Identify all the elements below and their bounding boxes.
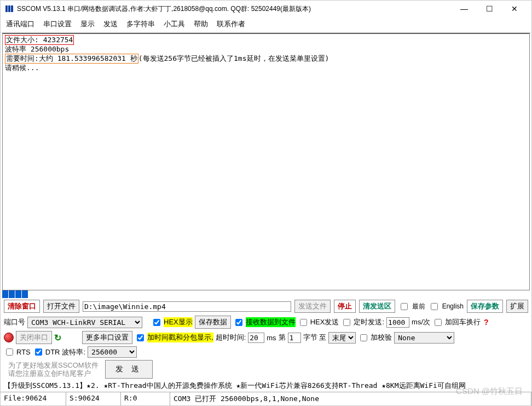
open-file-button[interactable]: 打开文件 [43,300,79,313]
stop-button[interactable]: 停止 [334,300,356,313]
hex-display-checkbox[interactable] [153,319,160,326]
svg-rect-1 [8,5,10,12]
topmost-label: 最前 [412,302,425,311]
addcr-checkbox[interactable] [435,319,442,326]
timeout-label: 超时时间: [216,333,246,342]
refresh-icon[interactable]: ↻ [54,333,61,343]
progress-bar [2,290,530,298]
status-file: File:90624 [1,392,66,405]
bytenum-mid: 字节 至 [303,333,327,342]
toolbar-row-1: 清除窗口 打开文件 发送文件 停止 清发送区 最前 English 保存参数 扩… [1,298,531,314]
status-bar: File:90624 S:90624 R:0 COM3 已打开 256000bp… [1,392,531,405]
dtr-label: DTR [45,348,60,356]
menu-multistring[interactable]: 多字符串 [126,19,155,29]
menu-send[interactable]: 发送 [103,19,118,29]
log-area[interactable]: 文件大小: 4232754 波特率 256000bps 需要时间:大约 181.… [2,33,530,290]
close-button[interactable]: ✕ [502,1,527,16]
timed-send-label: 定时发送: [354,317,384,327]
settings-row-2: 端口号 COM3 WCH-LinkRV SERIAL HEX显示 保存数据 接收… [1,314,531,330]
menu-tools[interactable]: 小工具 [164,19,185,29]
baud-select[interactable]: 256000 [88,346,137,358]
window-title: SSCOM V5.13.1 串口/网络数据调试器,作者:大虾丁丁,2618058… [17,4,452,14]
addcr-label: 加回车换行 [445,317,481,327]
byteend-select[interactable]: 末尾 [328,332,356,344]
log-wait: 请稍候... [5,64,527,72]
english-checkbox[interactable] [431,303,438,310]
clear-window-button[interactable]: 清除窗口 [4,300,40,313]
app-icon [5,4,14,13]
checksum-select[interactable]: None [394,332,454,344]
recv-file-label: 接收数据到文件 [246,317,296,327]
recv-file-checkbox[interactable] [235,319,242,326]
clear-send-button[interactable]: 清发送区 [359,300,395,313]
baud-label: 波特率: [62,347,85,357]
settings-row-3: 关闭串口 ↻ 更多串口设置 加时间戳和分包显示, 超时时间: ms 第 字节 至… [1,330,531,345]
maximize-button[interactable]: ☐ [477,1,502,16]
ad-bar: 【升级到SSCOM5.13.1】★2. ★RT-Thread中国人的开源免费操作… [1,380,531,392]
timestamp-checkbox[interactable] [137,334,144,341]
help-icon[interactable]: ? [484,318,489,327]
file-path-input[interactable] [83,301,291,312]
log-filesize: 文件大小: 4232754 [5,35,74,45]
rts-label: RTS [16,348,31,356]
settings-row-4: RTS DTR 波特率: 256000 [1,345,531,359]
bytenum-pre: 第 [279,333,286,342]
more-port-settings-button[interactable]: 更多串口设置 [82,331,132,344]
topmost-checkbox[interactable] [401,303,408,310]
minimize-button[interactable]: — [452,1,477,16]
port-select[interactable]: COM3 WCH-LinkRV SERIAL [27,317,142,328]
checksum-checkbox[interactable] [360,334,367,341]
interval-input[interactable] [386,317,409,328]
status-port: COM3 已打开 256000bps,8,1,None,None [170,392,531,405]
menu-port[interactable]: 通讯端口 [6,19,34,29]
port-label: 端口号 [4,317,25,327]
timestamp-label: 加时间戳和分包显示, [147,333,213,342]
interval-unit: ms/次 [412,317,430,327]
checksum-label: 加校验 [371,333,392,342]
hex-send-checkbox[interactable] [300,319,307,326]
save-data-button[interactable]: 保存数据 [195,316,231,329]
promo-text: 为了更好地发展SSCOM软件 请您注册嘉立创F结尾客户 [4,360,103,379]
hex-send-label: HEX发送 [310,317,339,327]
bytenum-input[interactable] [288,333,301,343]
rts-checkbox[interactable] [6,348,13,356]
hex-display-label: HEX显示 [164,317,193,327]
dtr-checkbox[interactable] [35,348,42,356]
status-sent: S:90624 [66,392,121,405]
log-time-note: (每发送256字节已经被插入了1ms延时，在发送菜单里设置) [138,54,329,62]
svg-rect-0 [5,5,8,12]
timed-send-checkbox[interactable] [343,319,350,326]
close-port-button[interactable]: 关闭串口 [16,331,52,344]
titlebar: SSCOM V5.13.1 串口/网络数据调试器,作者:大虾丁丁,2618058… [1,1,531,17]
timeout-input[interactable] [248,333,264,343]
log-time: 需要时间:大约 181.533996582031 秒 [5,54,138,64]
svg-rect-2 [11,5,13,12]
send-file-button[interactable]: 发送文件 [294,300,331,313]
save-params-button[interactable]: 保存参数 [467,300,503,313]
menu-help[interactable]: 帮助 [194,19,208,29]
menu-serial-settings[interactable]: 串口设置 [43,19,72,29]
menu-contact[interactable]: 联系作者 [217,19,245,29]
port-status-icon [4,333,14,342]
status-recv: R:0 [121,392,170,405]
menubar: 通讯端口 串口设置 显示 发送 多字符串 小工具 帮助 联系作者 [1,17,531,33]
timeout-unit: ms [267,334,276,342]
english-label: English [442,302,464,310]
menu-display[interactable]: 显示 [80,19,95,29]
expand-button[interactable]: 扩展 [506,300,528,313]
log-baud: 波特率 256000bps [5,45,527,54]
send-button[interactable]: 发 送 [105,360,153,379]
